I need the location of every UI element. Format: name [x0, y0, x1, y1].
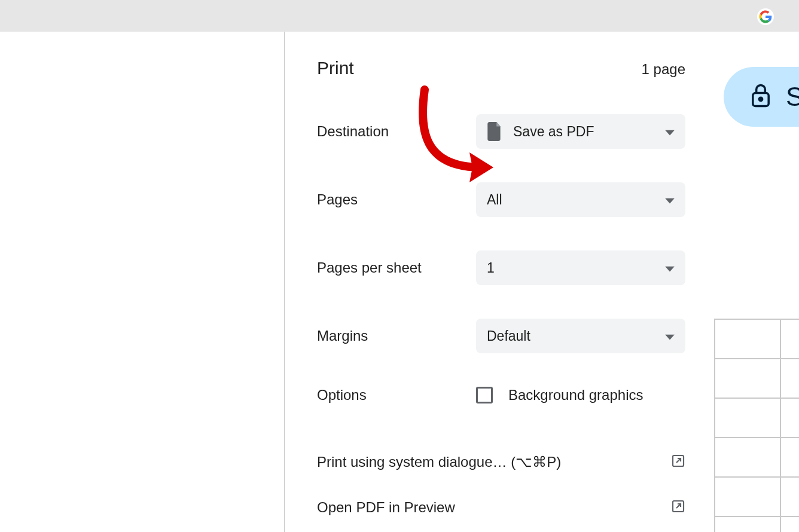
destination-value: Save as PDF: [513, 124, 594, 140]
margins-value: Default: [487, 328, 530, 344]
print-settings-panel: Print 1 page Destination Save as PDF Pag…: [285, 32, 714, 532]
system-dialog-link[interactable]: Print using system dialogue… (⌥⌘P): [317, 454, 685, 470]
chevron-down-icon: [665, 192, 675, 208]
background-graphics-label: Background graphics: [508, 387, 643, 403]
file-icon: [487, 122, 502, 141]
pages-label: Pages: [317, 191, 476, 208]
chevron-down-icon: [665, 260, 675, 276]
chevron-down-icon: [665, 328, 675, 344]
background-page: S: [714, 32, 799, 532]
svg-point-3: [759, 97, 762, 100]
pages-value: All: [487, 192, 502, 208]
dialog-title: Print: [317, 58, 354, 78]
google-logo-icon: [757, 8, 774, 25]
lock-icon: [750, 82, 771, 111]
system-dialog-label: Print using system dialogue… (⌥⌘P): [317, 454, 561, 470]
margins-select[interactable]: Default: [476, 319, 685, 353]
pages-select[interactable]: All: [476, 182, 685, 217]
background-graphics-checkbox[interactable]: [476, 387, 493, 403]
pages-per-sheet-label: Pages per sheet: [317, 259, 476, 276]
external-link-icon: [671, 499, 685, 516]
chevron-down-icon: [665, 124, 675, 140]
options-label: Options: [317, 387, 476, 403]
page-count: 1 page: [642, 61, 685, 78]
pages-per-sheet-value: 1: [487, 260, 495, 276]
share-button-label: S: [786, 82, 799, 112]
browser-toolbar: [0, 0, 799, 32]
destination-label: Destination: [317, 123, 476, 140]
external-link-icon: [671, 454, 685, 470]
spreadsheet-grid: [714, 319, 799, 532]
margins-label: Margins: [317, 328, 476, 344]
pages-per-sheet-select[interactable]: 1: [476, 250, 685, 285]
share-button[interactable]: S: [724, 67, 799, 127]
print-preview-pane: [0, 32, 285, 532]
open-in-preview-label: Open PDF in Preview: [317, 499, 455, 516]
open-in-preview-link[interactable]: Open PDF in Preview: [317, 499, 685, 516]
destination-select[interactable]: Save as PDF: [476, 114, 685, 149]
